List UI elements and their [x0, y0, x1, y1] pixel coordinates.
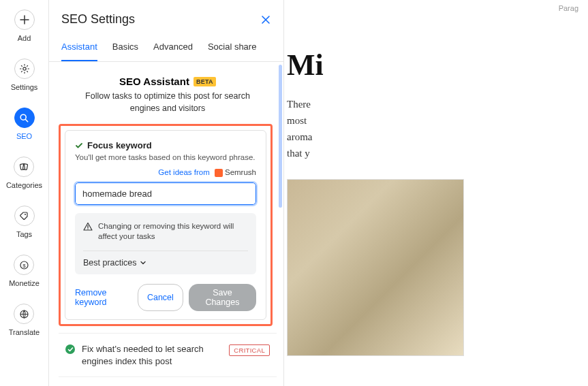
- task-row[interactable]: ! Add focus keyword to title tag HIGH: [59, 376, 277, 386]
- svg-point-4: [25, 214, 26, 215]
- beta-badge: BETA: [194, 77, 216, 86]
- tab-assistant[interactable]: Assistant: [61, 42, 97, 61]
- tab-social-share[interactable]: Social share: [208, 42, 257, 61]
- rail-item-settings[interactable]: Settings: [11, 59, 38, 91]
- globe-icon: [14, 304, 34, 324]
- assistant-title: SEO Assistant: [119, 76, 189, 87]
- close-icon: [260, 14, 271, 25]
- rail-label: Categories: [6, 181, 42, 189]
- svg-point-8: [87, 228, 88, 229]
- dollar-icon: $: [14, 255, 34, 275]
- best-practices-toggle[interactable]: Best practices: [83, 258, 248, 268]
- rail-label: Translate: [9, 328, 40, 336]
- toolbar-paragraph-hint[interactable]: Parag: [559, 4, 578, 12]
- task-row[interactable]: Fix what's needed to let search engines …: [59, 333, 277, 376]
- tabs: Assistant Basics Advanced Social share: [49, 27, 283, 62]
- remove-keyword-link[interactable]: Remove keyword: [75, 288, 138, 307]
- rail-label: Settings: [11, 83, 38, 91]
- svg-text:$: $: [22, 262, 26, 268]
- semrush-icon: [215, 169, 223, 177]
- keyword-warning-text: Changing or removing this keyword will a…: [98, 221, 248, 242]
- focus-keyword-subtitle: You'll get more tasks based on this keyw…: [75, 153, 256, 161]
- cancel-button[interactable]: Cancel: [138, 284, 183, 311]
- focus-keyword-card: Focus keyword You'll get more tasks base…: [65, 130, 266, 320]
- status-ok-icon: [65, 344, 75, 354]
- cards-icon: [14, 157, 34, 177]
- rail-label: Tags: [16, 230, 32, 238]
- seo-panel: SEO Settings Assistant Basics Advanced S…: [49, 0, 284, 386]
- rail-label: Add: [18, 34, 31, 42]
- rail-label: SEO: [16, 132, 32, 140]
- warning-icon: [83, 222, 93, 242]
- close-button[interactable]: [260, 14, 271, 25]
- tag-icon: [14, 206, 35, 226]
- focus-keyword-highlight: Focus keyword You'll get more tasks base…: [59, 124, 273, 326]
- tab-advanced[interactable]: Advanced: [153, 42, 193, 61]
- get-ideas-link[interactable]: Get ideas from Semrush: [158, 168, 256, 176]
- chevron-down-icon: [140, 259, 146, 266]
- post-body[interactable]: There most aroma that y: [287, 96, 588, 161]
- check-icon: [75, 142, 83, 150]
- gear-icon: [14, 59, 35, 79]
- panel-title: SEO Settings: [61, 12, 135, 27]
- rail-item-tags[interactable]: Tags: [14, 206, 35, 238]
- rail-item-monetize[interactable]: $ Monetize: [9, 255, 40, 287]
- rail-label: Monetize: [9, 279, 40, 287]
- plus-icon: [14, 10, 35, 30]
- rail-item-translate[interactable]: Translate: [9, 304, 40, 336]
- assistant-subtitle: Follow tasks to optimize this post for s…: [72, 91, 263, 114]
- search-icon: [14, 108, 35, 128]
- rail-item-categories[interactable]: Categories: [6, 157, 42, 189]
- post-image[interactable]: [287, 179, 464, 356]
- tab-basics[interactable]: Basics: [112, 42, 138, 61]
- save-changes-button[interactable]: Save Changes: [189, 284, 256, 311]
- task-text: Fix what's needed to let search engines …: [82, 343, 222, 367]
- scrollbar[interactable]: [279, 65, 282, 208]
- editor-content: Parag Mi There most aroma that y: [284, 0, 588, 386]
- priority-badge: CRITICAL: [229, 344, 270, 356]
- left-nav-rail: Add Settings SEO Categories Tags $ Monet…: [0, 0, 49, 386]
- svg-point-0: [22, 67, 25, 70]
- post-title[interactable]: Mi: [287, 48, 588, 82]
- rail-item-add[interactable]: Add: [14, 10, 35, 42]
- focus-keyword-title: Focus keyword: [87, 140, 152, 150]
- focus-keyword-input[interactable]: [75, 182, 256, 205]
- rail-item-seo[interactable]: SEO: [14, 108, 35, 140]
